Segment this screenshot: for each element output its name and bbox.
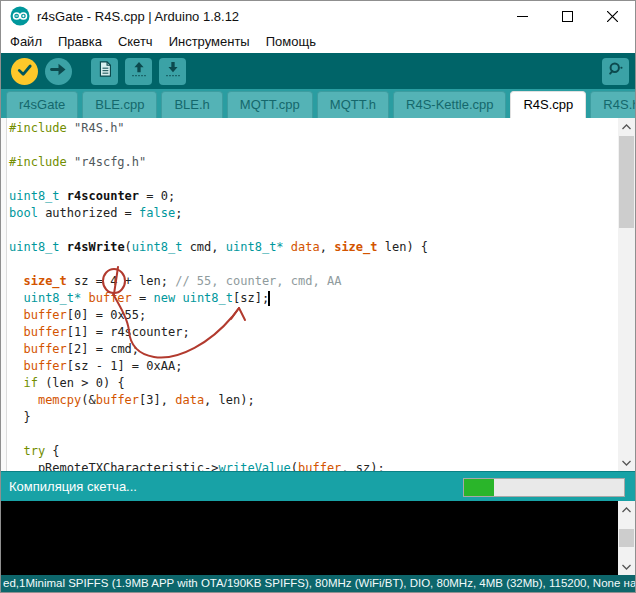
maximize-button[interactable] xyxy=(545,1,590,31)
menu-item-Помощь[interactable]: Помощь xyxy=(258,31,324,53)
code-line[interactable]: memcpy(&buffer[3], data, len); xyxy=(9,392,428,409)
code-line[interactable]: buffer[0] = 0x55; xyxy=(9,307,428,324)
status-bar: Компиляция скетча... xyxy=(1,471,635,501)
minimize-button[interactable] xyxy=(500,1,545,31)
status-message: Компиляция скетча... xyxy=(9,472,137,502)
code-line[interactable]: uint8_t r4sWrite(uint8_t cmd, uint8_t* d… xyxy=(9,239,428,256)
tab-label: R4S-Kettle.cpp xyxy=(406,97,493,112)
console-scroll-down-icon[interactable] xyxy=(618,558,635,575)
menu-item-Скетч[interactable]: Скетч xyxy=(110,31,161,53)
board-info-text: ed,1Minimal SPIFFS (1.9MB APP with OTA/1… xyxy=(1,575,635,592)
title-bar: r4sGate - R4S.cpp | Arduino 1.8.12 xyxy=(1,1,635,31)
tab-BLE.cpp[interactable]: BLE.cpp xyxy=(82,91,157,118)
scroll-up-icon[interactable] xyxy=(618,118,635,135)
verify-button[interactable] xyxy=(11,58,38,85)
progress-bar xyxy=(463,478,625,497)
tab-label: R4S.cpp xyxy=(523,97,573,112)
console-scrollbar[interactable] xyxy=(618,501,635,575)
open-sketch-icon xyxy=(129,59,149,83)
upload-arrow-icon xyxy=(48,59,69,84)
code-line[interactable]: bool authorized = false; xyxy=(9,205,428,222)
code-line[interactable]: uint8_t r4scounter = 0; xyxy=(9,188,428,205)
menu-bar: ФайлПравкаСкетчИнструментыПомощь xyxy=(1,31,635,53)
serial-monitor-button[interactable] xyxy=(602,58,629,85)
code-line[interactable]: size_t sz = 4 + len; // 55, counter, cmd… xyxy=(9,273,428,290)
code-line[interactable]: uint8_t* buffer = new uint8_t[sz]; xyxy=(9,290,428,307)
code-line[interactable]: buffer[sz - 1] = 0xAA; xyxy=(9,358,428,375)
tab-label: R4S.h xyxy=(603,97,635,112)
arduino-window: r4sGate - R4S.cpp | Arduino 1.8.12 ФайлП… xyxy=(0,0,636,593)
code-line[interactable] xyxy=(9,426,428,443)
tab-R4S.cpp[interactable]: R4S.cpp xyxy=(510,91,586,118)
menu-item-Правка[interactable]: Правка xyxy=(50,31,110,53)
upload-button[interactable] xyxy=(45,58,72,85)
save-sketch-button[interactable] xyxy=(159,58,186,85)
open-sketch-button[interactable] xyxy=(125,58,152,85)
tab-label: BLE.h xyxy=(174,97,209,112)
tab-label: MQTT.cpp xyxy=(240,97,300,112)
toolbar xyxy=(1,53,635,89)
code-line[interactable]: pRemoteTXCharacteristic->writeValue(buff… xyxy=(9,460,428,471)
scroll-down-icon[interactable] xyxy=(618,454,635,471)
console-output[interactable] xyxy=(1,501,635,575)
serial-monitor-icon xyxy=(606,59,626,83)
tab-r4sGate[interactable]: r4sGate xyxy=(6,91,78,118)
code-line[interactable]: buffer[1] = r4scounter; xyxy=(9,324,428,341)
text-caret xyxy=(268,291,270,306)
tab-R4S.h[interactable]: R4S.h xyxy=(590,91,635,118)
code-line[interactable] xyxy=(9,171,428,188)
code-lines: #include "R4S.h" #include "r4scfg.h" uin… xyxy=(9,120,428,471)
editor-scrollbar-thumb[interactable] xyxy=(619,136,634,228)
close-button[interactable] xyxy=(590,1,635,31)
code-line[interactable]: #include "r4scfg.h" xyxy=(9,154,428,171)
code-line[interactable]: } xyxy=(9,409,428,426)
code-line[interactable]: buffer[2] = cmd; xyxy=(9,341,428,358)
tab-strip: r4sGateBLE.cppBLE.hMQTT.cppMQTT.hR4S-Ket… xyxy=(1,89,635,118)
tab-BLE.h[interactable]: BLE.h xyxy=(161,91,222,118)
save-sketch-icon xyxy=(163,59,183,83)
window-controls xyxy=(500,1,635,31)
tab-MQTT.cpp[interactable]: MQTT.cpp xyxy=(227,91,313,118)
tab-label: MQTT.h xyxy=(330,97,376,112)
menu-item-Файл[interactable]: Файл xyxy=(1,31,50,53)
progress-fill xyxy=(464,479,494,496)
console-scroll-up-icon[interactable] xyxy=(618,501,635,518)
window-title: r4sGate - R4S.cpp | Arduino 1.8.12 xyxy=(37,9,239,24)
board-info-bar: ed,1Minimal SPIFFS (1.9MB APP with OTA/1… xyxy=(1,575,635,592)
code-line[interactable]: try { xyxy=(9,443,428,460)
code-line[interactable] xyxy=(9,137,428,154)
tab-label: BLE.cpp xyxy=(95,97,144,112)
arduino-logo-icon xyxy=(10,6,30,26)
console-scrollbar-thumb[interactable] xyxy=(619,529,634,547)
verify-check-icon xyxy=(14,59,35,84)
editor-gutter xyxy=(1,118,7,471)
code-editor[interactable]: #include "R4S.h" #include "r4scfg.h" uin… xyxy=(1,118,635,471)
tab-label: r4sGate xyxy=(19,97,65,112)
code-line[interactable]: if (len > 0) { xyxy=(9,375,428,392)
code-line[interactable]: #include "R4S.h" xyxy=(9,120,428,137)
new-sketch-button[interactable] xyxy=(91,58,118,85)
tab-MQTT.h[interactable]: MQTT.h xyxy=(317,91,389,118)
code-line[interactable] xyxy=(9,222,428,239)
menu-item-Инструменты[interactable]: Инструменты xyxy=(161,31,258,53)
editor-scrollbar[interactable] xyxy=(618,118,635,471)
new-sketch-icon xyxy=(95,59,115,83)
tab-R4S-Kettle.cpp[interactable]: R4S-Kettle.cpp xyxy=(393,91,506,118)
code-line[interactable] xyxy=(9,256,428,273)
